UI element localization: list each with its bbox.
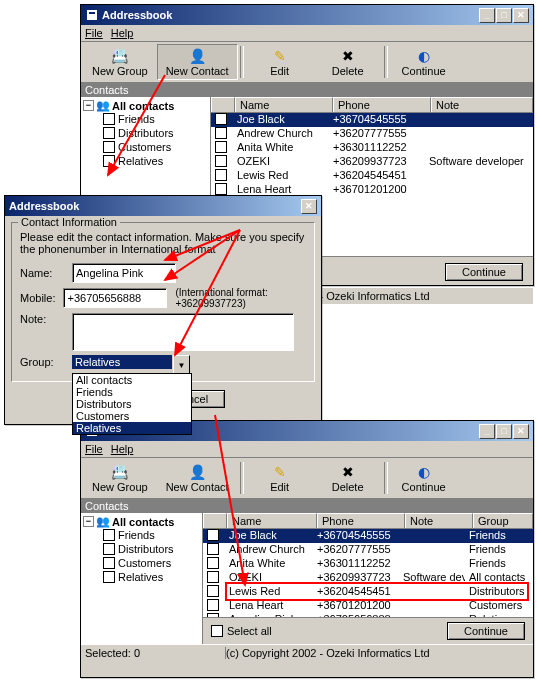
edit-button[interactable]: ✎Edit: [246, 460, 314, 496]
toolbar: 📇New Group 👤New Contact ✎Edit ✖Delete ◐C…: [81, 458, 533, 499]
mobile-input[interactable]: [63, 288, 167, 308]
contact-info-group: Contact Information Please edit the cont…: [11, 222, 315, 382]
delete-icon: ✖: [342, 47, 354, 65]
minimize-button[interactable]: _: [479, 8, 495, 23]
table-row[interactable]: Lena Heart+36701201200Customers: [203, 599, 533, 613]
table-row[interactable]: Andrew Church+36207777555: [211, 127, 533, 141]
table-row[interactable]: Lewis Red+36204545451: [211, 169, 533, 183]
group-select[interactable]: Relatives ▼ All contacts Friends Distrib…: [72, 355, 172, 369]
new-contact-button[interactable]: 👤New Contact: [157, 44, 238, 80]
option[interactable]: Customers: [73, 410, 191, 422]
tree-folder[interactable]: Friends: [103, 112, 208, 126]
continue-button[interactable]: Continue: [445, 263, 523, 281]
table-row[interactable]: OZEKI+36209937723Software developerAll c…: [203, 571, 533, 585]
menu-file[interactable]: File: [85, 443, 103, 455]
collapse-icon[interactable]: −: [83, 516, 94, 527]
tree-root[interactable]: −👥All contacts: [83, 515, 200, 528]
tree-folder[interactable]: Relatives: [103, 154, 208, 168]
close-button[interactable]: ✕: [513, 424, 529, 439]
checkbox-icon[interactable]: [103, 127, 115, 139]
contacts-header: Contacts: [81, 83, 210, 97]
contact-dialog: Addressbook ✕ Contact Information Please…: [4, 195, 322, 425]
name-input[interactable]: [72, 263, 176, 283]
close-button[interactable]: ✕: [513, 8, 529, 23]
menubar: File Help: [81, 25, 533, 42]
col-note[interactable]: Note: [431, 97, 533, 112]
select-all-row: Select all Continue: [203, 617, 533, 644]
tree-folder[interactable]: Friends: [103, 528, 200, 542]
name-label: Name:: [20, 267, 64, 279]
table-row[interactable]: Andrew Church+36207777555Friends: [203, 543, 533, 557]
chevron-down-icon[interactable]: ▼: [173, 355, 190, 375]
col-group[interactable]: Group: [473, 513, 533, 528]
edit-button[interactable]: ✎Edit: [246, 44, 314, 80]
tree-root[interactable]: −👥All contacts: [83, 99, 208, 112]
option[interactable]: Friends: [73, 386, 191, 398]
contacts-header: Contacts: [81, 499, 202, 513]
selected-count: Selected: 0: [85, 647, 226, 659]
maximize-button[interactable]: □: [496, 424, 512, 439]
checkbox-icon[interactable]: [103, 155, 115, 167]
new-group-button[interactable]: 📇New Group: [83, 44, 157, 80]
new-contact-button[interactable]: 👤New Contact: [157, 460, 238, 496]
col-phone[interactable]: Phone: [333, 97, 431, 112]
checkbox-icon[interactable]: [103, 113, 115, 125]
table-row[interactable]: OZEKI+36209937723Software developer: [211, 155, 533, 169]
toolbar: 📇New Group 👤New Contact ✎Edit ✖Delete ◐C…: [81, 42, 533, 83]
window-title: Addressbook: [102, 9, 479, 21]
continue-button[interactable]: Continue: [447, 622, 525, 640]
col-name[interactable]: Name: [227, 513, 317, 528]
continue-icon: ◐: [418, 463, 430, 481]
new-group-icon: 📇: [111, 47, 128, 65]
option[interactable]: All contacts: [73, 374, 191, 386]
app-icon: [85, 8, 99, 22]
continue-button[interactable]: ◐Continue: [390, 44, 458, 80]
intro-text: Please edit the contact information. Mak…: [20, 231, 306, 255]
table-row[interactable]: Anita White+36301112252: [211, 141, 533, 155]
menu-help[interactable]: Help: [111, 27, 134, 39]
col-phone[interactable]: Phone: [317, 513, 405, 528]
col-note[interactable]: Note: [405, 513, 473, 528]
checkbox-icon[interactable]: [103, 141, 115, 153]
checkbox-icon[interactable]: [103, 571, 115, 583]
note-input[interactable]: [72, 313, 294, 351]
checkbox-icon[interactable]: [103, 529, 115, 541]
maximize-button[interactable]: □: [496, 8, 512, 23]
option[interactable]: Distributors: [73, 398, 191, 410]
group-dropdown[interactable]: All contacts Friends Distributors Custom…: [72, 373, 192, 435]
continue-button[interactable]: ◐Continue: [390, 460, 458, 496]
close-button[interactable]: ✕: [301, 199, 317, 214]
select-all-checkbox[interactable]: [211, 625, 223, 637]
tree-folder[interactable]: Relatives: [103, 570, 200, 584]
grid-header: Name Phone Note: [211, 97, 533, 113]
menu-file[interactable]: File: [85, 27, 103, 39]
minimize-button[interactable]: _: [479, 424, 495, 439]
table-row[interactable]: Lewis Red+36204545451Distributors: [203, 585, 533, 599]
checkbox-icon[interactable]: [103, 557, 115, 569]
titlebar[interactable]: Addressbook ✕: [5, 196, 321, 216]
tree-folder[interactable]: Distributors: [103, 126, 208, 140]
col-name[interactable]: Name: [235, 97, 333, 112]
tree-folder[interactable]: Distributors: [103, 542, 200, 556]
delete-button[interactable]: ✖Delete: [314, 44, 382, 80]
contacts-panel: Contacts −👥All contacts Friends Distribu…: [81, 499, 203, 644]
titlebar[interactable]: Addressbook _ □ ✕: [81, 5, 533, 25]
delete-button[interactable]: ✖Delete: [314, 460, 382, 496]
contacts-tree[interactable]: −👥All contacts Friends Distributors Cust…: [81, 513, 202, 644]
tree-folder[interactable]: Customers: [103, 556, 200, 570]
addressbook-window-bottom: Addressbook _ □ ✕ File Help 📇New Group 👤…: [80, 420, 534, 678]
copyright: (c) Copyright 2002 - Ozeki Informatics L…: [226, 647, 430, 659]
grid-panel: Name Phone Note Group Joe Black+36704545…: [203, 499, 533, 644]
contacts-grid[interactable]: Name Phone Note Group Joe Black+36704545…: [203, 513, 533, 617]
table-row[interactable]: Joe Black+36704545555: [211, 113, 533, 127]
collapse-icon[interactable]: −: [83, 100, 94, 111]
grid-header: Name Phone Note Group: [203, 513, 533, 529]
table-row[interactable]: Anita White+36301112252Friends: [203, 557, 533, 571]
menu-help[interactable]: Help: [111, 443, 134, 455]
dialog-title: Addressbook: [9, 200, 301, 212]
option[interactable]: Relatives: [73, 422, 191, 434]
table-row[interactable]: Joe Black+36704545555Friends: [203, 529, 533, 543]
checkbox-icon[interactable]: [103, 543, 115, 555]
tree-folder[interactable]: Customers: [103, 140, 208, 154]
new-group-button[interactable]: 📇New Group: [83, 460, 157, 496]
